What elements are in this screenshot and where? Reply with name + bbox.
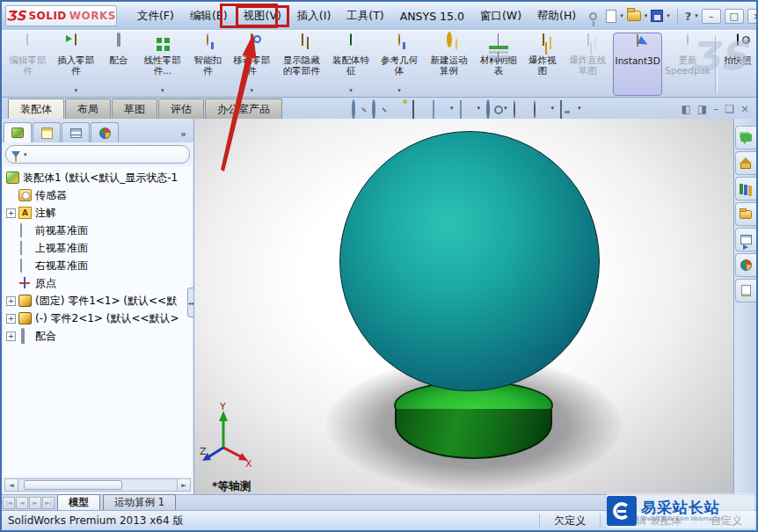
reference-geometry-button[interactable]: 参考几何体 ▾ bbox=[375, 33, 424, 96]
exploded-view-button[interactable]: 爆炸视图 bbox=[522, 33, 562, 96]
display-style-dropdown[interactable]: ▾ bbox=[477, 105, 481, 112]
view-palette-tab[interactable] bbox=[735, 228, 756, 251]
previous-view-icon[interactable] bbox=[392, 101, 406, 115]
new-document-icon[interactable] bbox=[606, 10, 616, 23]
expand-toggle[interactable]: + bbox=[6, 296, 16, 306]
tree-item-part1[interactable]: + (固定) 零件1<1> (默认<<默 bbox=[6, 292, 192, 310]
tree-item-right-plane[interactable]: 右视基准面 bbox=[6, 257, 192, 274]
close-button[interactable]: × bbox=[747, 9, 758, 24]
edit-appearance-icon[interactable] bbox=[514, 101, 528, 115]
nav-prev-button[interactable]: ◄ bbox=[16, 497, 28, 509]
filter-dropdown[interactable]: ▾ bbox=[24, 151, 27, 158]
explode-line-sketch-button[interactable]: 爆炸直线草图 bbox=[562, 33, 613, 96]
custom-properties-tab[interactable] bbox=[735, 279, 756, 302]
sphere-part[interactable] bbox=[339, 131, 600, 391]
configurationmanager-tab[interactable] bbox=[62, 122, 90, 142]
restore-button[interactable]: □ bbox=[725, 9, 744, 24]
tab-layout[interactable]: 布局 bbox=[65, 98, 111, 119]
featuremanager-tab[interactable] bbox=[4, 122, 32, 142]
forum-tab[interactable] bbox=[735, 126, 756, 149]
model-tab[interactable]: 模型 bbox=[57, 494, 100, 512]
tree-item-part2[interactable]: + (-) 零件2<1> (默认<<默认> bbox=[6, 310, 192, 327]
apply-scene-dropdown[interactable]: ▾ bbox=[551, 105, 555, 112]
tab-evaluate[interactable]: 评估 bbox=[158, 98, 204, 119]
forum-chat-icon bbox=[740, 134, 752, 142]
linear-pattern-button[interactable]: 线性零部件... ▾ bbox=[137, 33, 188, 96]
tree-horizontal-scrollbar[interactable]: ◄ ► bbox=[4, 478, 191, 492]
tree-item-mates[interactable]: + 配合 bbox=[6, 327, 192, 345]
instant3d-button[interactable]: Instant3D bbox=[613, 33, 662, 96]
menu-ansys[interactable]: ANSYS 15.0 bbox=[392, 6, 472, 26]
tree-item-assembly-root[interactable]: 装配体1 (默认<默认_显示状态-1 bbox=[6, 169, 192, 186]
menu-tools[interactable]: 工具(T) bbox=[339, 5, 391, 27]
expand-toggle[interactable]: + bbox=[6, 208, 16, 218]
view-settings-dropdown[interactable]: ▾ bbox=[578, 105, 581, 112]
hide-show-items-icon[interactable] bbox=[486, 101, 500, 115]
help-dropdown[interactable]: ▾ bbox=[695, 12, 698, 19]
display-style-icon[interactable] bbox=[460, 101, 474, 115]
displaymanager-tab[interactable] bbox=[91, 122, 119, 142]
menu-window[interactable]: 窗口(W) bbox=[472, 5, 529, 27]
nav-next-button[interactable]: ► bbox=[29, 497, 41, 509]
open-dropdown[interactable]: ▾ bbox=[645, 12, 648, 19]
expand-toggle[interactable]: + bbox=[6, 314, 16, 324]
solidworks-window: ƷSSOLIDWORKS 文件(F) 编辑(E) 视图(V) 插入(I) 工具(… bbox=[0, 0, 758, 532]
tab-assembly[interactable]: 装配体 bbox=[8, 98, 64, 119]
apply-scene-icon[interactable] bbox=[534, 101, 548, 115]
tree-item-top-plane[interactable]: 上视基准面 bbox=[6, 239, 192, 257]
view-orientation-dropdown[interactable]: ▾ bbox=[450, 105, 454, 112]
doc-close-icon[interactable]: × bbox=[740, 103, 749, 115]
bill-of-materials-button[interactable]: 材料明细表 bbox=[474, 33, 522, 96]
tree-item-origin[interactable]: 原点 bbox=[6, 274, 192, 292]
divider bbox=[677, 9, 678, 23]
tree-item-front-plane[interactable]: 前视基准面 bbox=[6, 222, 192, 239]
show-hidden-components-button[interactable]: 显示隐藏的零部件 bbox=[276, 33, 327, 96]
tree-filter[interactable]: ▾ bbox=[5, 145, 190, 164]
new-motion-study-button[interactable]: 新建运动算例 bbox=[423, 33, 474, 96]
doc-prev-window-icon[interactable]: ◧ bbox=[681, 103, 690, 115]
panel-expand-chevron[interactable]: » bbox=[175, 128, 192, 142]
insert-component-button[interactable]: 插入零部件 ▾ bbox=[52, 33, 100, 96]
scroll-left-arrow[interactable]: ◄ bbox=[5, 479, 18, 491]
menu-help[interactable]: 帮助(H) bbox=[529, 5, 584, 27]
scrollbar-thumb[interactable] bbox=[24, 480, 122, 490]
appearances-tab[interactable] bbox=[735, 253, 756, 277]
help-icon[interactable]: ? bbox=[685, 10, 692, 23]
view-orientation-icon[interactable] bbox=[433, 101, 447, 115]
zoom-to-fit-icon[interactable] bbox=[352, 101, 366, 115]
nav-first-button[interactable]: |◄ bbox=[3, 497, 15, 509]
edit-component-button[interactable]: 编辑零部件 bbox=[4, 33, 52, 96]
mate-button[interactable]: 配合 bbox=[100, 33, 137, 96]
save-icon[interactable] bbox=[651, 10, 663, 22]
motion-study-tab[interactable]: 运动算例 1 bbox=[103, 494, 176, 512]
panel-flyout-handle[interactable]: ◂◂ bbox=[187, 288, 194, 317]
scroll-right-arrow[interactable]: ► bbox=[177, 479, 190, 491]
menu-insert[interactable]: 插入(I) bbox=[289, 5, 339, 27]
resources-tab[interactable] bbox=[735, 151, 756, 175]
doc-next-window-icon[interactable]: ◨ bbox=[697, 103, 707, 115]
save-dropdown[interactable]: ▾ bbox=[667, 12, 670, 19]
tab-sketch[interactable]: 草图 bbox=[112, 98, 157, 119]
design-library-tab[interactable] bbox=[735, 177, 756, 200]
file-explorer-tab[interactable] bbox=[735, 202, 756, 226]
new-document-dropdown[interactable]: ▾ bbox=[620, 12, 623, 19]
open-icon[interactable] bbox=[627, 11, 641, 21]
panel-tabs: » bbox=[2, 119, 193, 142]
view-settings-icon[interactable] bbox=[560, 101, 574, 115]
propertymanager-tab[interactable] bbox=[33, 122, 61, 142]
section-view-icon[interactable] bbox=[412, 101, 426, 115]
hide-show-items-dropdown[interactable]: ▾ bbox=[504, 105, 507, 112]
zoom-to-area-icon[interactable] bbox=[372, 101, 386, 115]
doc-minimize-icon[interactable]: – bbox=[713, 103, 718, 115]
assembly-icon bbox=[6, 171, 19, 184]
pin-menu-icon[interactable] bbox=[589, 12, 597, 20]
doc-restore-icon[interactable]: ❏ bbox=[725, 103, 734, 115]
minimize-button[interactable]: – bbox=[702, 9, 721, 24]
expand-toggle[interactable]: + bbox=[6, 332, 16, 341]
assembly-features-button[interactable]: 装配体特征 ▾ bbox=[327, 33, 375, 96]
tree-item-sensors[interactable]: 传感器 bbox=[6, 186, 192, 204]
nav-last-button[interactable]: ►| bbox=[42, 497, 55, 509]
menu-file[interactable]: 文件(F) bbox=[129, 5, 182, 27]
graphics-viewport[interactable]: Y X Z *等轴测 bbox=[194, 119, 733, 494]
tree-item-annotations[interactable]: + A 注解 bbox=[6, 204, 192, 222]
